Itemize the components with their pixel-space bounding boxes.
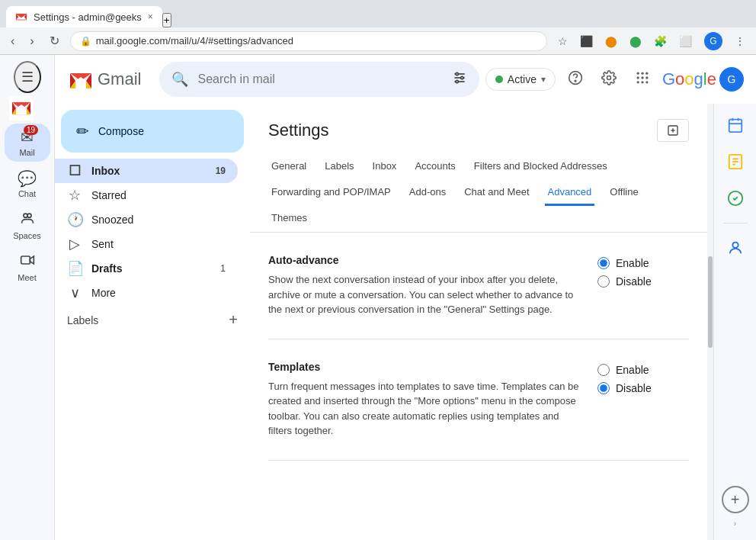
menu-btn[interactable]: ⋮ [730, 29, 750, 53]
templates-section: Templates Turn frequent messages into te… [268, 339, 689, 461]
gmail-wordmark: Gmail [98, 69, 141, 89]
right-panel: + › [713, 104, 756, 540]
auto-advance-desc: Auto-advance Show the next conversation … [268, 254, 579, 317]
templates-disable-option[interactable]: Disable [597, 382, 689, 394]
settings-title-row: Settings [268, 119, 689, 142]
svg-point-20 [645, 76, 648, 79]
profile-btn[interactable]: G [700, 29, 727, 53]
auto-advance-enable-radio[interactable] [597, 257, 610, 269]
svg-point-36 [732, 243, 738, 248]
svg-point-22 [641, 81, 643, 83]
nav-item-drafts[interactable]: 📄 Drafts 1 [55, 256, 238, 281]
user-avatar[interactable]: G [719, 67, 744, 92]
split-screen-btn[interactable]: ⬜ [674, 29, 697, 53]
browser-tab[interactable]: Settings - admin@geeks × [6, 6, 162, 27]
refresh-button[interactable]: ↻ [45, 31, 64, 51]
search-bar[interactable]: 🔍 [159, 62, 479, 97]
add-apps-button[interactable]: + [722, 486, 749, 513]
templates-enable-option[interactable]: Enable [597, 364, 689, 376]
sidebar-item-meet[interactable]: Meet [5, 248, 50, 287]
tab-close-button[interactable]: × [148, 11, 153, 22]
address-bar[interactable]: 🔒 mail.google.com/mail/u/4/#settings/adv… [70, 31, 547, 51]
gmail-logo-svg [67, 66, 94, 93]
sidebar-item-spaces[interactable]: Spaces [5, 206, 50, 245]
status-label: Active [508, 73, 537, 85]
tab-themes[interactable]: Themes [268, 206, 310, 232]
settings-header: Settings [250, 104, 707, 142]
tab-filters[interactable]: Filters and Blocked Addresses [471, 154, 610, 180]
scrollbar[interactable] [707, 104, 713, 540]
nav-item-more[interactable]: ∨ More [55, 281, 238, 305]
sent-label: Sent [91, 238, 226, 250]
tab-advanced[interactable]: Advanced [545, 180, 595, 206]
scrollbar-thumb[interactable] [708, 256, 713, 348]
notes-icon-btn[interactable] [720, 146, 751, 177]
browser-actions: ☆ ⬛ ⬤ ⬤ 🧩 ⬜ G ⋮ [553, 29, 750, 53]
ext-btn-4[interactable]: 🧩 [649, 29, 671, 53]
settings-button[interactable] [595, 64, 623, 95]
templates-disable-radio[interactable] [597, 382, 610, 394]
help-button[interactable] [562, 64, 589, 95]
auto-advance-disable-radio[interactable] [597, 275, 610, 288]
templates-enable-label: Enable [616, 364, 649, 376]
inbox-count: 19 [216, 166, 226, 176]
templates-row: Templates Turn frequent messages into te… [268, 361, 689, 439]
svg-point-9 [456, 72, 458, 75]
gmail-logo [9, 96, 34, 121]
back-button[interactable]: ‹ [6, 31, 19, 51]
svg-point-10 [461, 76, 463, 79]
drafts-icon: 📄 [67, 260, 82, 277]
search-input[interactable] [197, 72, 442, 86]
ext-btn-3[interactable]: ⬤ [625, 29, 646, 53]
tab-addons[interactable]: Add-ons [406, 180, 449, 206]
drafts-count: 1 [220, 263, 226, 274]
new-tab-button[interactable]: + [162, 13, 171, 27]
nav-item-sent[interactable]: ▷ Sent [55, 232, 238, 256]
auto-advance-title: Auto-advance [268, 254, 579, 266]
sidebar-item-chat[interactable]: 💬 Chat [5, 165, 50, 203]
tab-accounts[interactable]: Accounts [412, 154, 458, 180]
apps-button[interactable] [629, 64, 656, 95]
bookmark-btn[interactable]: ☆ [553, 29, 572, 53]
tab-chatmeet[interactable]: Chat and Meet [461, 180, 532, 206]
labels-header: Labels + [55, 305, 250, 335]
expand-icon[interactable]: › [722, 519, 749, 528]
chat-icon: 💬 [18, 169, 37, 188]
nav-item-starred[interactable]: ☆ Starred [55, 183, 238, 207]
nav-item-inbox[interactable]: ☐ Inbox 19 [55, 159, 238, 183]
auto-advance-controls: Enable Disable [597, 254, 689, 288]
tab-forwarding[interactable]: Forwarding and POP/IMAP [268, 180, 394, 206]
ext-btn-2[interactable]: ⬤ [601, 29, 622, 53]
google-account-area: Google G [662, 67, 744, 92]
templates-enable-radio[interactable] [597, 364, 610, 376]
auto-advance-section: Auto-advance Show the next conversation … [268, 233, 689, 339]
gmail-header: Gmail 🔍 Active ▾ [55, 55, 756, 104]
google-logo: Google [662, 69, 716, 89]
tab-inbox[interactable]: Inbox [370, 154, 400, 180]
sidebar-item-mail[interactable]: ✉ 19 Mail [5, 124, 50, 162]
compose-button[interactable]: ✏ Compose [61, 110, 244, 153]
auto-advance-disable-option[interactable]: Disable [597, 275, 689, 288]
search-tune-button[interactable] [452, 70, 467, 89]
auto-advance-enable-option[interactable]: Enable [597, 257, 689, 269]
contacts-icon-btn[interactable] [720, 233, 751, 263]
content-area: ✏ Compose ☐ Inbox 19 ☆ Starred 🕐 Snoozed [55, 104, 756, 540]
left-nav: ✏ Compose ☐ Inbox 19 ☆ Starred 🕐 Snoozed [55, 104, 250, 540]
starred-label: Starred [91, 189, 226, 201]
ext-btn-1[interactable]: ⬛ [575, 29, 597, 53]
tab-general[interactable]: General [268, 154, 309, 180]
forward-button[interactable]: › [25, 31, 38, 51]
tab-labels[interactable]: Labels [322, 154, 357, 180]
compose-label: Compose [98, 125, 144, 137]
svg-point-21 [636, 81, 639, 83]
tab-offline[interactable]: Offline [607, 180, 641, 206]
auto-advance-text: Show the next conversation instead of yo… [268, 272, 579, 317]
nav-item-snoozed[interactable]: 🕐 Snoozed [55, 207, 238, 232]
status-pill[interactable]: Active ▾ [485, 68, 556, 91]
calendar-icon-btn[interactable] [720, 110, 751, 140]
settings-tabs: General Labels Inbox Accounts Filters an… [250, 154, 707, 233]
labels-add-button[interactable]: + [229, 311, 238, 329]
hamburger-menu[interactable]: ☰ [14, 61, 41, 93]
import-export-button[interactable] [657, 119, 689, 142]
tasks-icon-btn[interactable] [720, 183, 751, 214]
